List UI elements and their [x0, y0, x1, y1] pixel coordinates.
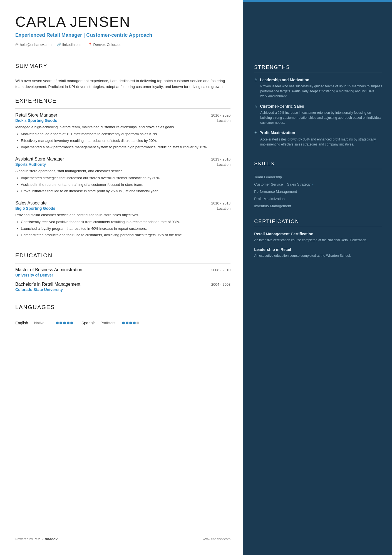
skill-item: Performance Management — [254, 189, 297, 194]
experience-divider — [15, 108, 230, 109]
chart-icon: ✦ — [254, 130, 257, 135]
job-header: Sales Associate 2010 - 2013 — [15, 201, 230, 206]
language-level: Native — [34, 321, 54, 325]
strength-title: Profit Maximization — [259, 130, 295, 135]
languages-row: English Native Spanish Proficient — [15, 321, 230, 325]
star-icon: ☆ — [254, 104, 258, 109]
job-item: Assistant Store Manager 2013 - 2016 Spor… — [15, 157, 230, 195]
email-icon: @ — [15, 43, 19, 46]
job-company-line: Dick's Sporting Goods Location — [15, 118, 230, 123]
edu-school: University of Denver — [15, 273, 230, 277]
language-level: Proficient — [100, 321, 120, 325]
skill-item: Profit Maximization — [254, 197, 285, 201]
footer-website: www.enhancv.com — [203, 537, 230, 541]
top-accent-bar — [243, 0, 392, 2]
powered-by-text: Powered by — [15, 537, 33, 541]
edu-school: Colorado State University — [15, 287, 230, 292]
resume-header: CARLA JENSEN Experienced Retail Manager … — [15, 14, 230, 47]
strength-title: Customer-Centric Sales — [260, 104, 304, 109]
cert-name: Leadership in Retail — [254, 247, 382, 252]
job-dates: 2010 - 2013 — [211, 201, 230, 205]
dot-4 — [133, 322, 136, 324]
candidate-subtitle: Experienced Retail Manager | Customer-ce… — [15, 32, 230, 38]
brand-name: Enhancv — [42, 537, 57, 541]
job-title: Sales Associate — [15, 201, 47, 206]
dot-2 — [59, 322, 62, 324]
language-name: Spanish — [81, 321, 98, 325]
enhancv-logo-icon — [34, 537, 41, 541]
job-dates: 2016 - 2020 — [211, 113, 230, 117]
skill-separator: · — [284, 182, 287, 186]
dot-1 — [56, 322, 59, 324]
job-item: Retail Store Manager 2016 - 2020 Dick's … — [15, 113, 230, 151]
job-company: Dick's Sporting Goods — [15, 118, 57, 123]
strength-desc: Accelerated sales growth by 35% and enha… — [254, 137, 382, 147]
strengths-title: STRENGTHS — [254, 65, 382, 70]
summary-text: With over seven years of retail manageme… — [15, 78, 230, 90]
job-description: Aided in store operations, staff managem… — [15, 168, 230, 174]
job-company: Sports Authority — [15, 162, 46, 167]
edu-dates: 2004 - 2008 — [211, 282, 230, 287]
skill-separator: · — [311, 182, 313, 186]
dot-4 — [67, 322, 70, 324]
job-location: Location — [217, 119, 230, 123]
lightbulb-icon: ♙ — [254, 78, 258, 82]
edu-degree: Master of Business Administration — [15, 267, 82, 272]
language-item: Spanish Proficient — [81, 321, 139, 325]
edu-header: Master of Business Administration 2008 -… — [15, 267, 230, 272]
languages-title: LANGUAGES — [15, 304, 230, 310]
skill-item: Sales Strategy — [287, 182, 311, 186]
bullet-item: Implemented strategies that increased ou… — [21, 175, 230, 181]
email-contact: @ help@enhancv.com — [15, 43, 51, 47]
dot-1 — [122, 322, 125, 324]
summary-divider — [15, 74, 230, 74]
bullet-item: Drove initiatives that led to an increas… — [21, 188, 230, 194]
skills-list: Team Leadership · Customer Service · Sal… — [254, 174, 382, 210]
bullet-item: Launched a loyalty program that resulted… — [21, 226, 230, 231]
language-dots — [56, 322, 73, 324]
education-item: Master of Business Administration 2008 -… — [15, 267, 230, 277]
skill-separator: · — [282, 175, 284, 179]
contact-info: @ help@enhancv.com 🔗 linkedin.com 📍 Denv… — [15, 43, 230, 47]
bullet-item: Implemented a new performance management… — [21, 144, 230, 150]
page-footer: Powered by Enhancv www.enhancv.com — [15, 529, 230, 541]
bullet-item: Consistently received positive feedback … — [21, 219, 230, 225]
dot-3 — [129, 322, 132, 324]
job-description: Provided stellar customer service and co… — [15, 212, 230, 218]
education-divider — [15, 263, 230, 263]
job-dates: 2013 - 2016 — [211, 157, 230, 161]
strength-header: ☆ Customer-Centric Sales — [254, 104, 382, 109]
edu-dates: 2008 - 2010 — [211, 268, 230, 272]
summary-title: SUMMARY — [15, 63, 230, 69]
skill-item: Team Leadership — [254, 175, 282, 179]
skill-item: Inventory Management — [254, 204, 291, 208]
dot-5 — [137, 322, 139, 324]
dot-3 — [63, 322, 66, 324]
cert-name: Retail Management Certification — [254, 231, 382, 236]
education-item: Bachelor's in Retail Management 2004 - 2… — [15, 282, 230, 292]
language-dots — [122, 322, 139, 324]
skills-divider — [254, 169, 382, 169]
job-company-line: Big 5 Sporting Goods Location — [15, 206, 230, 211]
job-description: Managed a high-achieving in-store team, … — [15, 124, 230, 130]
job-bullets: Consistently received positive feedback … — [15, 219, 230, 238]
linkedin-value: linkedin.com — [62, 43, 82, 47]
strength-item: ✦ Profit Maximization Accelerated sales … — [254, 130, 382, 147]
linkedin-contact: 🔗 linkedin.com — [57, 43, 82, 47]
cert-desc: An intensive certification course comple… — [254, 238, 382, 243]
languages-divider — [15, 315, 230, 315]
job-location: Location — [217, 206, 230, 211]
strength-item: ☆ Customer-Centric Sales Achieved a 25% … — [254, 104, 382, 125]
experience-title: EXPERIENCE — [15, 98, 230, 104]
location-icon: 📍 — [88, 43, 92, 46]
strength-desc: Proven leader who has successfully guide… — [254, 84, 382, 99]
dot-2 — [126, 322, 128, 324]
footer-left: Powered by Enhancv — [15, 537, 58, 541]
bullet-item: Demonstrated products and their use to c… — [21, 232, 230, 238]
job-bullets: Implemented strategies that increased ou… — [15, 175, 230, 194]
edu-degree: Bachelor's in Retail Management — [15, 282, 80, 287]
strengths-divider — [254, 73, 382, 73]
skills-title: SKILLS — [254, 161, 382, 167]
bullet-item: Assisted in the recruitment and training… — [21, 182, 230, 188]
language-item: English Native — [15, 321, 73, 325]
